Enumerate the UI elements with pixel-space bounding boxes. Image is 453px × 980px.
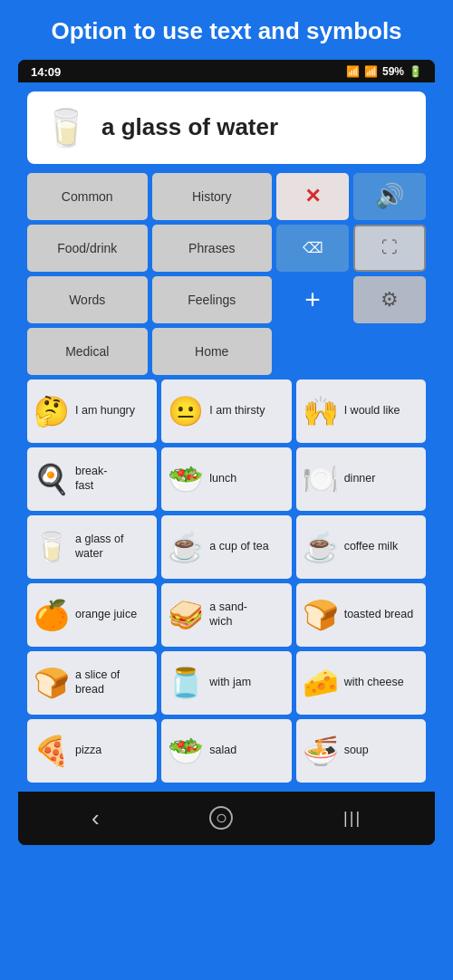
item-with-jam[interactable]: 🫙 with jam xyxy=(161,651,291,715)
menu-button[interactable]: ||| xyxy=(343,809,361,828)
close-button[interactable]: ✕ xyxy=(276,173,349,220)
soup-icon: 🍜 xyxy=(303,736,339,765)
would-like-label: I would like xyxy=(344,404,400,418)
settings-button[interactable]: ⚙ xyxy=(353,276,426,323)
expand-button[interactable]: ⛶ xyxy=(353,225,426,272)
water-icon: 🥛 xyxy=(34,533,70,562)
app-area: 🥛 a glass of water Common History ✕ 🔊 Fo… xyxy=(18,82,435,792)
items-grid: 🤔 I am hungry 😐 I am thirsty 🙌 I would l… xyxy=(27,380,426,783)
sandwich-icon: 🥪 xyxy=(168,600,204,629)
coffee-label: coffee milk xyxy=(344,540,399,554)
wifi-icon: 📶 xyxy=(346,65,360,78)
item-dinner[interactable]: 🍽️ dinner xyxy=(296,447,426,511)
salad-icon: 🥗 xyxy=(168,736,204,765)
item-orange-juice[interactable]: 🍊 orange juice xyxy=(27,583,157,647)
hungry-label: I am hungry xyxy=(75,404,135,418)
battery-text: 59% xyxy=(382,65,404,78)
status-bar: 14:09 📶 📶 59% 🔋 xyxy=(18,60,435,82)
item-slice-of-bread[interactable]: 🍞 a slice of bread xyxy=(27,651,157,715)
thirsty-label: I am thirsty xyxy=(209,404,265,418)
item-pizza[interactable]: 🍕 pizza xyxy=(27,719,157,783)
backspace-button[interactable]: ⌫ xyxy=(276,225,349,272)
breakfast-label: break-fast xyxy=(75,465,107,493)
nav-home[interactable]: Home xyxy=(152,328,273,375)
juice-label: orange juice xyxy=(75,608,137,622)
slice-icon: 🍞 xyxy=(34,668,70,697)
toasted-icon: 🍞 xyxy=(303,600,339,629)
item-i-am-thirsty[interactable]: 😐 I am thirsty xyxy=(161,380,291,443)
item-with-cheese[interactable]: 🧀 with cheese xyxy=(296,651,426,715)
item-soup[interactable]: 🍜 soup xyxy=(296,719,426,783)
item-breakfast[interactable]: 🍳 break-fast xyxy=(27,447,157,511)
control-grid: Common History ✕ 🔊 Food/drink Phrases ⌫ … xyxy=(27,173,426,375)
pizza-label: pizza xyxy=(75,744,101,758)
status-icons: 📶 📶 59% 🔋 xyxy=(346,65,422,78)
lunch-icon: 🥗 xyxy=(168,465,204,494)
add-button[interactable]: + xyxy=(276,276,349,323)
display-box[interactable]: 🥛 a glass of water xyxy=(27,91,426,164)
lunch-label: lunch xyxy=(209,472,236,486)
coffee-icon: ☕ xyxy=(303,533,339,562)
nav-bar: ‹ ○ ||| xyxy=(18,792,435,845)
item-lunch[interactable]: 🥗 lunch xyxy=(161,447,291,511)
nav-feelings[interactable]: Feelings xyxy=(152,276,273,323)
app-banner: Option to use text and symbols xyxy=(0,0,453,60)
toasted-label: toasted bread xyxy=(344,608,413,622)
item-coffee-milk[interactable]: ☕ coffee milk xyxy=(296,515,426,579)
sandwich-label: a sand-wich xyxy=(209,600,247,629)
back-button[interactable]: ‹ xyxy=(92,804,100,832)
speak-button[interactable]: 🔊 xyxy=(353,173,426,220)
slice-label: a slice of bread xyxy=(75,668,150,697)
nav-words[interactable]: Words xyxy=(27,276,148,323)
nav-medical[interactable]: Medical xyxy=(27,328,148,375)
battery-icon: 🔋 xyxy=(409,65,422,78)
item-glass-of-water[interactable]: 🥛 a glass of water xyxy=(27,515,157,579)
breakfast-icon: 🍳 xyxy=(34,465,70,494)
cheese-label: with cheese xyxy=(344,676,404,690)
phone-shell: 14:09 📶 📶 59% 🔋 🥛 a glass of water Commo… xyxy=(18,60,435,845)
tea-icon: ☕ xyxy=(168,533,204,562)
item-i-am-hungry[interactable]: 🤔 I am hungry xyxy=(27,380,157,443)
nav-food-drink[interactable]: Food/drink xyxy=(27,225,148,272)
home-button[interactable]: ○ xyxy=(209,806,233,830)
dinner-label: dinner xyxy=(344,472,376,486)
nav-history[interactable]: History xyxy=(152,173,273,220)
item-i-would-like[interactable]: 🙌 I would like xyxy=(296,380,426,443)
soup-label: soup xyxy=(344,744,369,758)
cheese-icon: 🧀 xyxy=(303,668,339,697)
pizza-icon: 🍕 xyxy=(34,736,70,765)
status-time: 14:09 xyxy=(31,65,61,79)
item-toasted-bread[interactable]: 🍞 toasted bread xyxy=(296,583,426,647)
hungry-icon: 🤔 xyxy=(34,397,70,426)
water-label: a glass of water xyxy=(75,533,150,561)
jam-label: with jam xyxy=(209,676,251,690)
item-salad[interactable]: 🥗 salad xyxy=(161,719,291,783)
dinner-icon: 🍽️ xyxy=(303,465,339,494)
display-icon: 🥛 xyxy=(43,110,89,146)
display-text: a glass of water xyxy=(101,113,278,141)
item-sandwich[interactable]: 🥪 a sand-wich xyxy=(161,583,291,647)
item-cup-of-tea[interactable]: ☕ a cup of tea xyxy=(161,515,291,579)
salad-label: salad xyxy=(209,744,236,758)
nav-common[interactable]: Common xyxy=(27,173,148,220)
signal-icon: 📶 xyxy=(364,65,378,78)
thirsty-icon: 😐 xyxy=(168,397,204,426)
would-like-icon: 🙌 xyxy=(303,397,339,426)
tea-label: a cup of tea xyxy=(209,540,268,554)
jam-icon: 🫙 xyxy=(168,668,204,697)
juice-icon: 🍊 xyxy=(34,600,70,629)
nav-phrases[interactable]: Phrases xyxy=(152,225,273,272)
